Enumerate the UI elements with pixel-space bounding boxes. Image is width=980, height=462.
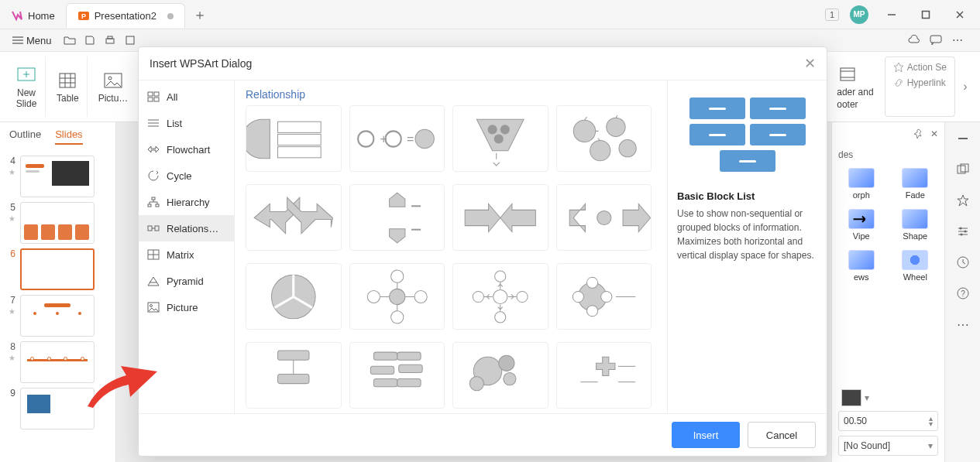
save-icon[interactable] [83, 33, 97, 47]
svg-text:=: = [406, 131, 413, 145]
transition-morph[interactable]: orph [838, 168, 885, 200]
ribbon-header-footer[interactable]: ader and ooter [829, 56, 881, 117]
more-icon[interactable]: ⋯ [951, 33, 965, 47]
print-icon[interactable] [103, 33, 117, 47]
rail-more-icon[interactable]: ⋯ [954, 316, 971, 333]
relationship-icon [146, 221, 160, 235]
slide-thumb-7[interactable]: 7★ [8, 295, 108, 337]
slide-thumb-6[interactable]: 6 [8, 248, 108, 290]
wpsart-option[interactable] [349, 263, 445, 330]
open-folder-icon[interactable] [63, 33, 77, 47]
slide-panel: Outline Slides 4★ 5★ 6 7★ 8★ [0, 122, 116, 462]
rail-help-icon[interactable]: ? [954, 285, 971, 302]
dialog-preview-pane: Basic Block List Use to show non-sequent… [667, 80, 827, 413]
presentation-icon: P [77, 10, 90, 22]
slide-thumbnails: 4★ 5★ 6 7★ 8★ 9 [0, 151, 115, 434]
wpsart-option[interactable] [246, 105, 342, 172]
pin-icon[interactable] [913, 128, 924, 142]
ribbon-new-slide[interactable]: New Slide [8, 56, 46, 117]
wpsart-option[interactable] [349, 184, 445, 251]
wpsart-option[interactable] [452, 263, 548, 330]
comments-icon[interactable] [929, 33, 943, 47]
ribbon-picture[interactable]: Pictu… [91, 56, 136, 117]
transition-shape[interactable]: Shape [892, 209, 939, 241]
wpsart-option[interactable] [246, 263, 342, 330]
tab-document[interactable]: P Presentation2 [66, 3, 185, 28]
transition-sound-select[interactable]: [No Sound] ▾ [838, 436, 938, 456]
menu-button[interactable]: Menu [8, 33, 57, 49]
hierarchy-icon [146, 195, 160, 209]
rail-layers-icon[interactable] [954, 161, 971, 178]
window-count-badge[interactable]: 1 [825, 9, 839, 21]
transition-wipe[interactable]: Vipe [838, 209, 885, 241]
category-matrix[interactable]: Matrix [139, 241, 234, 268]
chevron-down-icon: ▾ [928, 440, 933, 451]
close-panel-icon[interactable]: ✕ [930, 128, 938, 142]
action-settings-button[interactable]: Action Se [893, 62, 947, 73]
spinner-icon[interactable]: ▴▾ [929, 416, 933, 426]
svg-rect-42 [148, 98, 153, 101]
cancel-button[interactable]: Cancel [748, 422, 816, 448]
transition-wheel[interactable]: Wheel [892, 250, 939, 282]
slide-thumb-8[interactable]: 8★ [8, 341, 108, 383]
category-cycle[interactable]: Cycle [139, 163, 234, 189]
tab-home[interactable]: Home [0, 3, 66, 28]
insert-button[interactable]: Insert [672, 422, 740, 448]
svg-rect-23 [841, 68, 854, 80]
hyperlink-button[interactable]: Hyperlink [893, 77, 947, 88]
wpsart-option[interactable] [556, 105, 652, 172]
slides-tab[interactable]: Slides [55, 128, 82, 145]
category-flowchart[interactable]: Flowchart [139, 136, 234, 163]
transition-color-swatch[interactable] [841, 389, 861, 406]
svg-rect-3 [923, 11, 930, 18]
picture-icon [102, 70, 124, 91]
svg-point-76 [597, 210, 610, 224]
all-icon [146, 90, 160, 104]
category-pyramid[interactable]: Pyramid [139, 268, 234, 294]
wpsart-option[interactable] [556, 342, 652, 409]
wpsart-option[interactable] [246, 342, 342, 409]
svg-point-66 [415, 129, 434, 148]
rail-settings-icon[interactable] [954, 223, 971, 240]
category-hierarchy[interactable]: Hierarchy [139, 189, 234, 215]
category-picture[interactable]: Picture [139, 294, 234, 320]
export-icon[interactable] [123, 33, 137, 47]
slide-thumb-4[interactable]: 4★ [8, 156, 108, 197]
svg-point-34 [959, 228, 961, 230]
wpsart-option[interactable] [452, 105, 548, 172]
slide-thumb-5[interactable]: 5★ [8, 202, 108, 244]
slide-thumb-9[interactable]: 9 [8, 388, 108, 429]
svg-rect-12 [930, 36, 941, 43]
chevron-down-icon[interactable]: ▾ [865, 392, 869, 403]
transition-news[interactable]: ews [838, 250, 885, 282]
outline-tab[interactable]: Outline [9, 128, 41, 145]
ribbon-table[interactable]: Table [49, 56, 88, 117]
rail-history-icon[interactable] [954, 254, 971, 271]
category-all[interactable]: All [139, 84, 234, 110]
wpsart-option[interactable] [349, 342, 445, 409]
ribbon-expand-icon[interactable]: › [958, 56, 972, 117]
wps-logo-icon [11, 9, 23, 22]
new-tab-button[interactable]: ＋ [190, 5, 210, 25]
svg-point-84 [367, 290, 380, 303]
wpsart-option[interactable] [452, 184, 548, 251]
rail-star-icon[interactable] [954, 192, 971, 209]
wpsart-option[interactable] [556, 263, 652, 330]
wpsart-option[interactable] [452, 342, 548, 409]
avatar[interactable]: MP [850, 5, 868, 24]
minimize-button[interactable] [876, 3, 907, 26]
transition-duration-input[interactable]: 00.50 ▴▾ [838, 411, 938, 431]
category-list[interactable]: List [139, 110, 234, 136]
rail-collapse-icon[interactable] [954, 130, 971, 147]
ribbon-actions-panel: Action Se Hyperlink [885, 56, 955, 117]
transition-fade[interactable]: Fade [892, 168, 939, 200]
cloud-sync-icon[interactable] [907, 33, 921, 47]
wpsart-option[interactable] [246, 184, 342, 251]
wpsart-option[interactable]: += [349, 105, 445, 172]
picture-cat-icon [146, 300, 160, 314]
close-window-button[interactable] [944, 3, 975, 26]
dialog-close-button[interactable]: ✕ [804, 55, 816, 72]
maximize-button[interactable] [910, 3, 941, 26]
category-relationship[interactable]: Relations… [139, 215, 234, 241]
wpsart-option[interactable] [556, 184, 652, 251]
